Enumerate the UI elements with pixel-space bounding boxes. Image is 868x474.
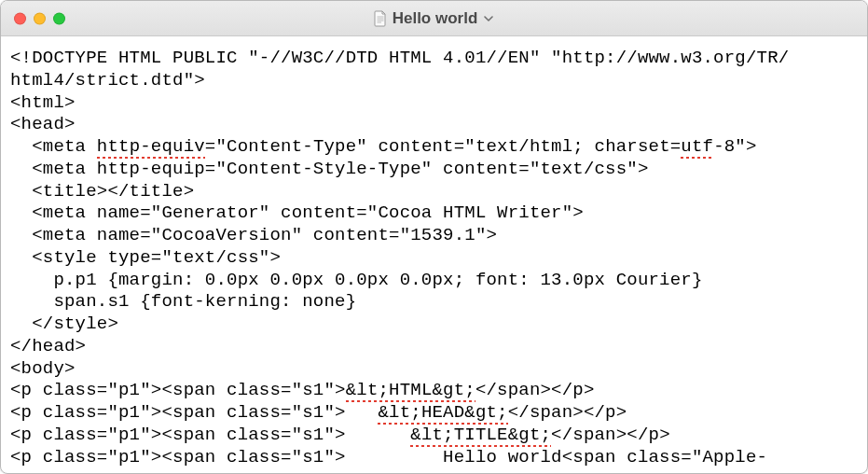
code-line[interactable]: </head> <box>10 336 858 358</box>
code-line[interactable]: </style> <box>10 314 858 336</box>
code-text: -8"> <box>713 136 756 157</box>
code-line[interactable]: <html> <box>10 92 858 115</box>
chevron-down-icon[interactable] <box>483 13 494 24</box>
code-line[interactable]: html4/strict.dtd"> <box>10 70 858 92</box>
code-line[interactable]: <meta http-equip="Content-Style-Type" co… <box>10 159 858 181</box>
code-text: <p class="p1"><span class="s1"> <box>10 402 378 423</box>
code-line[interactable]: <p class="p1"><span class="s1"> &lt;HEAD… <box>10 402 858 425</box>
code-text: <meta name="Generator" content="Cocoa HT… <box>10 202 584 223</box>
spellcheck-underline: &lt;TITLE&gt; <box>410 425 551 447</box>
zoom-button[interactable] <box>53 12 65 24</box>
spellcheck-underline: utf <box>681 136 713 159</box>
code-text: html4/strict.dtd"> <box>10 70 205 91</box>
code-area[interactable]: <!DOCTYPE HTML PUBLIC "-//W3C//DTD HTML … <box>1 36 867 473</box>
code-line[interactable]: <style type="text/css"> <box>10 247 858 270</box>
code-text: <meta name="CocoaVersion" content="1539.… <box>10 225 497 245</box>
code-text: <p class="p1"><span class="s1"> <box>10 425 410 445</box>
code-text: p.p1 {margin: 0.0px 0.0px 0.0px 0.0px; f… <box>10 270 703 290</box>
editor-window: Hello world <!DOCTYPE HTML PUBLIC "-//W3… <box>0 0 868 474</box>
code-line[interactable]: <!DOCTYPE HTML PUBLIC "-//W3C//DTD HTML … <box>10 48 858 70</box>
code-text: </span></p> <box>475 380 595 400</box>
code-text: <html> <box>10 92 76 113</box>
spellcheck-underline: http-equiv <box>97 136 205 159</box>
code-text: <style type="text/css"> <box>10 247 281 268</box>
code-line[interactable]: <p class="p1"><span class="s1">&lt;HTML&… <box>10 380 858 402</box>
code-line[interactable]: span.s1 {font-kerning: none} <box>10 291 858 314</box>
code-text: <title></title> <box>10 181 194 202</box>
code-text: <p class="p1"><span class="s1"> <box>10 380 346 400</box>
code-text: <body> <box>10 358 76 379</box>
code-text: <head> <box>10 114 76 134</box>
traffic-lights <box>14 12 65 24</box>
code-line[interactable]: <head> <box>10 114 858 136</box>
code-line[interactable]: <title></title> <box>10 181 858 203</box>
spellcheck-underline: &lt;HTML&gt; <box>346 380 475 402</box>
titlebar[interactable]: Hello world <box>1 1 867 36</box>
code-text: span.s1 {font-kerning: none} <box>10 291 356 312</box>
spellcheck-underline: &lt;HEAD&gt; <box>378 402 507 425</box>
code-text: <meta <box>10 136 97 157</box>
code-text: <meta http-equip="Content-Style-Type" co… <box>10 159 649 179</box>
minimize-button[interactable] <box>34 12 46 24</box>
close-button[interactable] <box>14 12 26 24</box>
code-text: </head> <box>10 336 86 356</box>
code-line[interactable]: <meta http-equiv="Content-Type" content=… <box>10 136 858 159</box>
code-line[interactable]: <body> <box>10 358 858 381</box>
code-text: </span></p> <box>551 425 670 445</box>
code-text: ="Content-Type" content="text/html; char… <box>205 136 681 157</box>
code-text: <!DOCTYPE HTML PUBLIC "-//W3C//DTD HTML … <box>10 48 789 68</box>
code-text: </span></p> <box>508 402 627 423</box>
code-line[interactable]: <meta name="CocoaVersion" content="1539.… <box>10 225 858 247</box>
code-line[interactable]: <meta name="Generator" content="Cocoa HT… <box>10 202 858 225</box>
code-text: </style> <box>10 314 118 334</box>
code-text: <p class="p1"><span class="s1"> Hello wo… <box>10 447 767 467</box>
code-line[interactable]: <p class="p1"><span class="s1"> &lt;TITL… <box>10 425 858 447</box>
window-title: Hello world <box>393 9 478 28</box>
document-icon <box>374 10 387 27</box>
title-wrap[interactable]: Hello world <box>374 9 495 28</box>
code-line[interactable]: p.p1 {margin: 0.0px 0.0px 0.0px 0.0px; f… <box>10 270 858 292</box>
code-line[interactable]: <p class="p1"><span class="s1"> Hello wo… <box>10 447 858 469</box>
